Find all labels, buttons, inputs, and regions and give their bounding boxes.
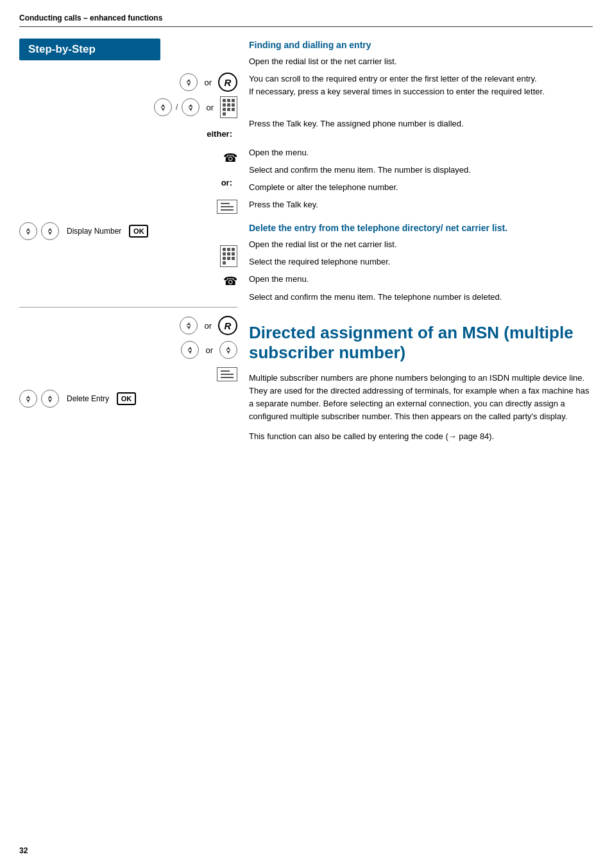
or-text-1: or	[204, 78, 212, 87]
del-row-2: ▲ ▼ or ▲ ▼	[19, 340, 237, 360]
page-header: Conducting calls – enhanced functions	[19, 13, 593, 27]
finding-row-2: You can scroll to the required entry or …	[249, 73, 593, 98]
display-number-row: ▲ ▼ ▲ ▼ Display Number OK	[19, 221, 237, 241]
nav-circle-del-2b[interactable]: ▲ ▼	[219, 341, 237, 359]
step-icons-2: ▲ ▼ / ▲ ▼ or	[19, 96, 237, 118]
del-text-4: Select and confirm the menu item. The te…	[249, 291, 593, 304]
menu-icon-row	[19, 196, 237, 217]
or-text-del-1: or	[204, 321, 212, 331]
spacer-1	[19, 295, 237, 302]
nav-circle-del-3a[interactable]: ▲ ▼	[19, 390, 37, 408]
nav-circle-display-2[interactable]: ▲ ▼	[41, 222, 59, 240]
del-text-row-4: Select and confirm the menu item. The te…	[249, 291, 593, 304]
display-number-label: Display Number	[67, 227, 121, 236]
menu-line-1	[221, 203, 230, 204]
nav-circle-icon-1[interactable]: ▲ ▼	[180, 73, 198, 91]
keypad-row-2	[19, 245, 237, 267]
talk-key-icon[interactable]: ☎	[223, 152, 237, 164]
spacer-either	[249, 107, 593, 117]
msn-section-title: Directed assignment of an MSN (multiple …	[249, 323, 593, 363]
finding-text-1: Open the redial list or the net carrier …	[249, 55, 593, 68]
step-icons-1: ▲ ▼ or R	[19, 73, 237, 92]
menu-line-3	[221, 209, 234, 211]
nav-circle-icon-2a[interactable]: ▲ ▼	[154, 98, 172, 116]
del-text-row-2: Select the required telephone number.	[249, 256, 593, 268]
nav-circle-display-1[interactable]: ▲ ▼	[19, 222, 37, 240]
nav-center-1	[187, 80, 191, 84]
finding-text-talk: Press the Talk key. The assigned phone n…	[249, 117, 593, 130]
msn-body-2: This function can also be called by ente…	[249, 430, 593, 443]
keypad-icon-1[interactable]	[220, 96, 237, 118]
either-row: either:	[19, 123, 237, 144]
R-icon-del[interactable]: R	[218, 316, 237, 335]
or-colon-label: or:	[19, 178, 232, 187]
menu-icon[interactable]	[217, 200, 237, 214]
del-text-row-3: Open the menu.	[249, 273, 593, 286]
del-menu-row	[19, 364, 237, 385]
nav-circle-del-3b[interactable]: ▲ ▼	[41, 390, 59, 408]
step-icons-menu	[19, 200, 237, 214]
talk-key-row: ☎	[19, 148, 237, 168]
step-row-2: ▲ ▼ / ▲ ▼ or	[19, 96, 237, 118]
finding-text-select: Select and confirm the menu item. The nu…	[249, 164, 593, 177]
finding-text-presstalk: Press the Talk key.	[249, 198, 593, 211]
nav-circle-icon-2b[interactable]: ▲ ▼	[182, 98, 200, 116]
nav-center-2a	[161, 105, 165, 109]
keypad-icon-2[interactable]	[220, 245, 237, 267]
ok-button-1[interactable]: OK	[129, 225, 148, 238]
right-column: Finding and dialling an entry Open the r…	[237, 39, 593, 449]
nav-arrows-2b: ▲ ▼	[189, 103, 193, 112]
finding-row-presstalk: Press the Talk key.	[249, 198, 593, 211]
talk-key-icon-2[interactable]: ☎	[223, 275, 237, 287]
either-label: either:	[19, 129, 232, 139]
page-number: 32	[19, 846, 28, 855]
finding-row-select: Select and confirm the menu item. The nu…	[249, 164, 593, 177]
slash-separator: /	[176, 103, 178, 112]
nav-arrows-2a: ▲ ▼	[161, 103, 166, 112]
finding-text-menu: Open the menu.	[249, 146, 593, 159]
finding-section-title: Finding and dialling an entry	[249, 40, 593, 50]
finding-row-alter: Complete or alter the telephone number.	[249, 181, 593, 194]
nav-circle-del-2a[interactable]: ▲ ▼	[181, 341, 199, 359]
or-text-2: or	[206, 103, 214, 112]
left-column: Step-by-Step ▲ ▼ or R	[19, 39, 237, 449]
del-row-1: ▲ ▼ or R	[19, 315, 237, 336]
nav-arrows-1: ▲ ▼	[187, 78, 191, 87]
menu-icon-del[interactable]	[217, 367, 237, 381]
or-colon-row: or:	[19, 172, 237, 193]
page-header-text: Conducting calls – enhanced functions	[19, 13, 162, 22]
spacer-or	[249, 140, 593, 146]
nav-circle-del-1[interactable]: ▲ ▼	[180, 317, 198, 334]
step-row-1: ▲ ▼ or R	[19, 72, 237, 92]
msn-body-1: Multiple subscriber numbers are phone nu…	[249, 372, 593, 424]
delete-section-title: Delete the entry from the telephone dire…	[249, 223, 593, 233]
R-icon-1[interactable]: R	[218, 73, 237, 92]
finding-row-menu: Open the menu.	[249, 146, 593, 159]
finding-text-2: You can scroll to the required entry or …	[249, 73, 593, 98]
step-by-step-label: Step-by-Step	[19, 39, 160, 60]
menu-line-2	[221, 206, 234, 207]
or-text-del-2: or	[205, 345, 213, 355]
delete-entry-row: ▲ ▼ ▲ ▼ Delete Entry OK	[19, 388, 237, 409]
finding-row-talk: Press the Talk key. The assigned phone n…	[249, 117, 593, 130]
talk-key-row-2: ☎	[19, 271, 237, 291]
delete-entry-label: Delete Entry	[67, 394, 109, 403]
del-text-row-1: Open the redial list or the net carrier …	[249, 238, 593, 251]
del-text-1: Open the redial list or the net carrier …	[249, 238, 593, 251]
finding-text-alter: Complete or alter the telephone number.	[249, 181, 593, 194]
step-icons-talk: ☎	[19, 152, 237, 164]
del-text-3: Open the menu.	[249, 273, 593, 286]
finding-row-1: Open the redial list or the net carrier …	[249, 55, 593, 68]
nav-center-2b	[189, 105, 192, 109]
ok-button-del[interactable]: OK	[117, 392, 136, 405]
del-text-2: Select the required telephone number.	[249, 256, 593, 268]
divider-1	[19, 307, 237, 308]
